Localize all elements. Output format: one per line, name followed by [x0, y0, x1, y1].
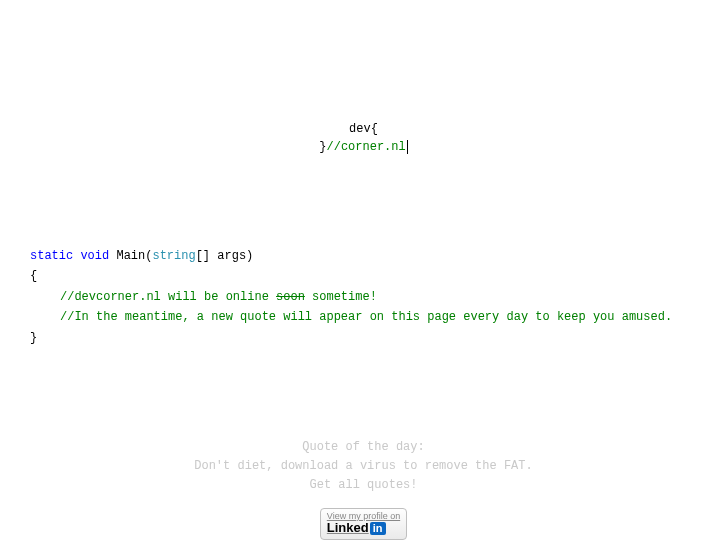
quote-of-day: Quote of the day: Don't diet, download a…: [0, 438, 727, 496]
linkedin-in-icon: in: [370, 522, 386, 535]
logo-line-2-comment: //corner.nl: [326, 140, 405, 154]
qod-heading: Quote of the day:: [0, 438, 727, 457]
strike-soon: soon: [276, 290, 305, 304]
linkedin-profile-badge[interactable]: View my profile on Linkedin: [320, 508, 407, 540]
keyword-string: string: [152, 249, 195, 263]
comment-line-2: //In the meantime, a new quote will appe…: [60, 310, 672, 324]
keyword-void: void: [80, 249, 109, 263]
close-brace: }: [30, 328, 727, 348]
keyword-static: static: [30, 249, 73, 263]
method-name: Main(: [109, 249, 152, 263]
main-code-block: static void Main(string[] args) { //devc…: [0, 246, 727, 348]
open-brace: {: [30, 266, 727, 286]
method-args: [] args): [196, 249, 254, 263]
qod-quote: Don't diet, download a virus to remove t…: [0, 457, 727, 476]
cursor-icon: [407, 140, 408, 154]
method-signature: static void Main(string[] args): [30, 246, 727, 266]
get-all-quotes-link[interactable]: Get all quotes!: [309, 478, 417, 492]
site-logo: dev{ }//corner.nl: [0, 0, 727, 156]
logo-line-1: dev{: [349, 122, 378, 136]
linkedin-word: Linked: [327, 520, 369, 535]
comment-line-1: //devcorner.nl will be online soon somet…: [60, 290, 377, 304]
